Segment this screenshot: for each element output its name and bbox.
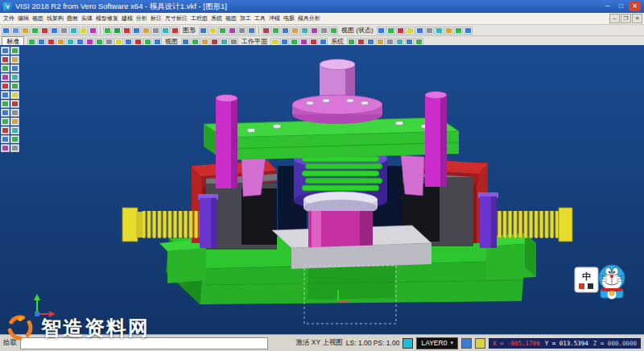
toolbar-icon[interactable] [50,27,59,35]
palette-icon[interactable] [10,118,19,126]
palette-icon[interactable] [1,126,10,134]
menu-item[interactable]: 模型修复 [94,14,120,23]
toolbar-icon[interactable] [220,38,229,46]
toolbar-icon[interactable] [2,27,10,35]
toolbar-icon[interactable] [425,27,434,35]
palette-icon[interactable] [10,91,19,99]
palette-icon[interactable] [10,126,19,134]
menu-item[interactable]: 尺寸标注 [163,14,189,23]
toolbar-icon[interactable] [95,38,104,46]
toolbar-icon[interactable] [237,27,246,35]
toolbar-icon[interactable] [69,27,78,35]
toolbar-icon[interactable] [85,38,94,46]
palette-icon[interactable] [1,91,10,99]
toolbar-icon[interactable] [200,38,209,46]
toolbar-icon[interactable] [262,27,270,35]
toolbar-icon[interactable] [208,27,217,35]
toolbar-icon[interactable] [415,38,423,46]
toolbar-icon[interactable] [105,38,114,46]
menu-item[interactable]: 编辑 [16,14,31,23]
toolbar-icon[interactable] [405,38,414,46]
toolbar-icon[interactable] [79,27,88,35]
toolbar-icon[interactable] [31,27,39,35]
right-guide-pillar[interactable] [425,92,447,188]
toolbar-icon[interactable] [415,27,424,35]
toolbar-icon[interactable] [291,27,299,35]
toolbar-icon[interactable] [320,27,328,35]
toolbar-icon[interactable] [406,27,415,35]
toolbar-icon[interactable] [40,27,49,35]
palette-icon[interactable] [10,82,19,90]
toolbar-icon[interactable] [229,38,238,46]
toolbar-icon[interactable] [228,27,237,35]
toolbar-icon[interactable] [153,38,162,46]
upper-plate[interactable] [204,118,459,160]
toolbar-icon[interactable] [386,27,395,35]
toolbar-icon[interactable] [210,38,219,46]
color-swatch[interactable] [402,338,413,349]
toolbar-icon[interactable] [47,38,56,46]
menu-item[interactable]: 工程图 [189,14,209,23]
menu-item[interactable]: 标注 [149,14,163,23]
snap-toggle-icon[interactable] [461,338,472,349]
palette-icon[interactable] [10,144,19,152]
palette-icon[interactable] [10,109,19,117]
menu-item[interactable]: 模具分析 [296,14,322,23]
toolbar-icon[interactable] [377,27,386,35]
minimize-button[interactable]: ─ [601,2,613,11]
palette-icon[interactable] [1,73,10,81]
menu-item[interactable]: 系统 [209,14,224,23]
doc-close-button[interactable]: ✕ [632,14,642,23]
palette-icon[interactable] [10,100,19,108]
palette-icon[interactable] [10,64,19,72]
toolbar-icon[interactable] [56,38,65,46]
menu-item[interactable]: 冲模 [267,14,282,23]
toolbar-icon[interactable] [396,27,405,35]
left-rail-block[interactable] [159,240,206,283]
right-guide-bush[interactable] [401,155,424,196]
toolbar-icon[interactable] [376,38,385,46]
toolbar-icon[interactable] [161,27,170,35]
menu-item[interactable]: 实体 [80,14,94,23]
toolbar-icon[interactable] [329,27,338,35]
maximize-button[interactable]: □ [615,2,627,11]
toolbar-icon[interactable] [103,27,112,35]
punch-cylinder[interactable] [308,211,373,248]
menu-item[interactable]: 视图 [224,14,238,23]
toolbar-icon[interactable] [151,27,160,35]
toolbar-icon[interactable] [454,27,463,35]
toolbar-icon[interactable] [199,27,208,35]
toolbar-icon[interactable] [270,38,279,46]
palette-icon[interactable] [1,100,10,108]
toolbar-icon[interactable] [143,38,152,46]
toolbar-icon[interactable] [21,27,30,35]
palette-icon[interactable] [1,144,10,152]
close-button[interactable]: ✕ [629,2,641,11]
toolbar-icon[interactable] [60,27,68,35]
viewport-3d[interactable]: 中 [0,45,644,334]
toolbar-icon[interactable] [464,27,473,35]
grid-toggle-icon[interactable] [475,338,485,349]
palette-icon[interactable] [1,64,10,72]
toolbar-icon[interactable] [122,27,131,35]
toolbar-icon[interactable] [191,38,200,46]
menu-item[interactable]: 视图 [31,14,45,23]
toolbar-icon[interactable] [299,38,308,46]
toolbar-icon[interactable] [281,27,290,35]
toolbar-icon[interactable] [290,38,299,46]
toolbar-icon[interactable] [171,27,180,35]
menu-item[interactable]: 电极 [282,14,296,23]
palette-icon[interactable] [1,56,10,64]
toolbar-icon[interactable] [435,27,444,35]
menu-item[interactable]: 建模 [120,14,134,23]
green-spring[interactable] [302,156,382,191]
menu-item[interactable]: 曲面 [65,14,80,23]
toolbar-icon[interactable] [357,38,365,46]
toolbar-icon[interactable] [27,38,36,46]
active-view-label[interactable]: 激活 XY 上视图 [295,338,342,348]
toolbar-icon[interactable] [142,27,151,35]
viewport-canvas[interactable]: 中 [0,45,644,334]
toolbar-icon[interactable] [11,27,20,35]
menu-item[interactable]: 工具 [253,14,267,23]
toolbar-icon[interactable] [347,38,356,46]
